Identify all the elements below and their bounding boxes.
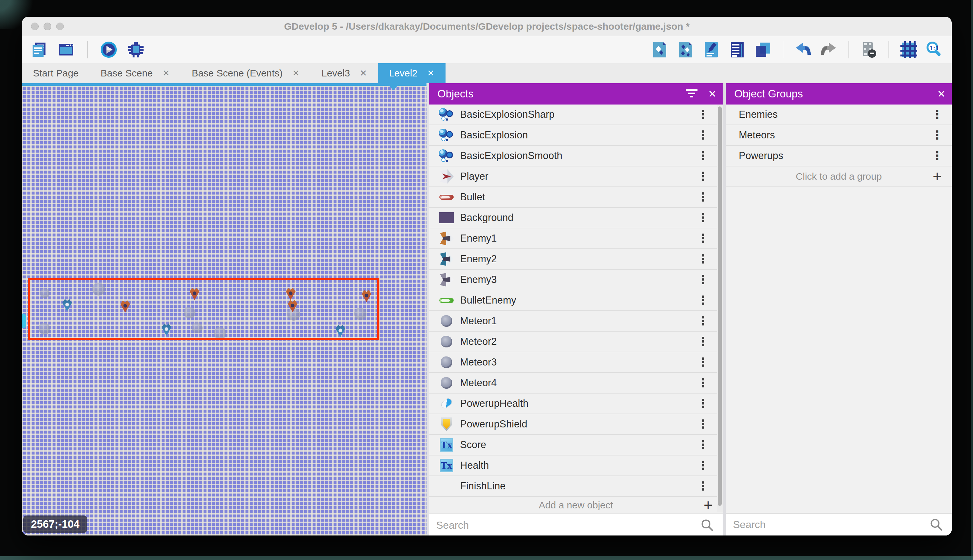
kebab-menu-icon[interactable] <box>692 128 714 142</box>
close-window-button[interactable] <box>31 23 39 30</box>
sprite-enemy-red[interactable] <box>190 288 199 300</box>
kebab-menu-icon[interactable] <box>692 376 714 390</box>
object-list-item[interactable]: Enemy1 <box>429 228 723 249</box>
tab-base-scene[interactable]: Base Scene <box>90 63 181 83</box>
sprite-enemy-red[interactable] <box>362 290 372 302</box>
kebab-menu-icon[interactable] <box>692 438 714 452</box>
debugger-icon[interactable] <box>127 40 145 59</box>
kebab-menu-icon[interactable] <box>692 335 714 348</box>
panel-divider[interactable] <box>723 83 726 535</box>
enemy-ship-orange-icon <box>438 230 455 247</box>
delete-instances-icon[interactable] <box>860 40 878 59</box>
add-new-object-button[interactable]: Add a new object <box>429 497 723 513</box>
tab-level3[interactable]: Level3 <box>311 63 378 83</box>
kebab-menu-icon[interactable] <box>692 417 714 431</box>
tab-close-icon[interactable] <box>360 68 367 78</box>
scene-editor-canvas[interactable]: 2567;-104 <box>22 83 427 535</box>
sprite-enemy-blue[interactable] <box>162 323 171 336</box>
properties-panel-icon[interactable] <box>702 40 721 59</box>
object-list-item[interactable]: PowerupHealth <box>429 393 723 414</box>
sprite-enemy-blue[interactable] <box>62 299 72 311</box>
object-list-item[interactable]: Enemy3 <box>429 270 723 290</box>
kebab-menu-icon[interactable] <box>692 108 714 121</box>
object-list-item[interactable]: Background <box>429 208 723 228</box>
object-list-item[interactable]: Meteor2 <box>429 332 723 352</box>
object-list-item[interactable]: Player <box>429 167 723 187</box>
layers-panel-icon[interactable] <box>754 40 772 59</box>
kebab-menu-icon[interactable] <box>692 293 714 307</box>
tab-base-scene-events[interactable]: Base Scene (Events) <box>181 63 310 83</box>
groups-search-input[interactable] <box>726 519 929 531</box>
shield-icon <box>438 416 455 433</box>
filter-icon[interactable] <box>681 83 702 104</box>
object-list-item[interactable]: BasicExplosionSmooth <box>429 146 723 167</box>
object-list-item[interactable]: Bullet <box>429 187 723 208</box>
start-page-window-icon[interactable] <box>57 40 75 59</box>
object-list-item[interactable]: Score <box>429 435 723 455</box>
player-ship-icon <box>438 168 455 185</box>
kebab-menu-icon[interactable] <box>692 355 714 369</box>
group-list-item[interactable]: Enemies <box>726 105 952 125</box>
scrollbar-thumb[interactable] <box>718 107 722 506</box>
kebab-menu-icon[interactable] <box>926 128 948 142</box>
undo-icon[interactable] <box>794 40 812 59</box>
zoom-window-button[interactable] <box>56 23 64 30</box>
object-groups-panel-icon[interactable] <box>676 40 695 59</box>
kebab-menu-icon[interactable] <box>926 108 948 121</box>
object-list-item[interactable]: PowerupShield <box>429 414 723 435</box>
redo-icon[interactable] <box>820 40 838 59</box>
object-list-item[interactable]: BulletEnemy <box>429 290 723 311</box>
minimize-window-button[interactable] <box>43 23 51 30</box>
panel-divider[interactable] <box>427 83 429 535</box>
kebab-menu-icon[interactable] <box>692 252 714 266</box>
kebab-menu-icon[interactable] <box>692 232 714 245</box>
tab-level2[interactable]: Level2 <box>378 63 445 83</box>
tab-close-icon[interactable] <box>163 68 170 78</box>
close-panel-icon[interactable] <box>702 83 723 104</box>
kebab-menu-icon[interactable] <box>692 190 714 204</box>
sprite-meteor[interactable] <box>192 322 203 333</box>
sprite-meteor[interactable] <box>39 323 50 335</box>
kebab-menu-icon[interactable] <box>692 397 714 410</box>
sprite-enemy-blue[interactable] <box>335 325 345 337</box>
sprite-enemy-red[interactable] <box>286 288 295 300</box>
objects-scrollbar[interactable] <box>717 105 723 512</box>
kebab-menu-icon[interactable] <box>692 149 714 163</box>
object-list-item[interactable]: BasicExplosionSharp <box>429 105 723 125</box>
kebab-menu-icon[interactable] <box>926 149 948 163</box>
tab-close-icon[interactable] <box>427 68 435 78</box>
kebab-menu-icon[interactable] <box>692 459 714 472</box>
instances-list-icon[interactable] <box>728 40 746 59</box>
sprite-meteor[interactable] <box>354 308 367 320</box>
object-list-item[interactable]: Meteor4 <box>429 373 723 393</box>
tab-start-page[interactable]: Start Page <box>22 63 90 83</box>
kebab-menu-icon[interactable] <box>692 314 714 328</box>
sprite-enemy-red[interactable] <box>120 300 130 313</box>
object-list-item[interactable]: Health <box>429 455 723 476</box>
kebab-menu-icon[interactable] <box>692 211 714 225</box>
objects-search-input[interactable] <box>429 519 700 531</box>
objects-panel-icon[interactable] <box>650 40 669 59</box>
toggle-grid-icon[interactable] <box>900 40 918 59</box>
object-list-item[interactable]: Meteor1 <box>429 311 723 332</box>
group-list-item[interactable]: Meteors <box>726 125 952 146</box>
project-manager-icon[interactable] <box>30 40 48 59</box>
sprite-meteor[interactable] <box>92 283 105 295</box>
launch-preview-icon[interactable] <box>99 40 118 59</box>
object-list-item[interactable]: FinishLine <box>429 476 723 497</box>
sprite-meteor[interactable] <box>184 307 195 318</box>
sprite-finish-marker[interactable] <box>22 313 26 328</box>
sprite-meteor[interactable] <box>40 288 50 298</box>
kebab-menu-icon[interactable] <box>692 273 714 287</box>
kebab-menu-icon[interactable] <box>692 170 714 183</box>
tab-close-icon[interactable] <box>292 68 300 78</box>
object-list-item[interactable]: Enemy2 <box>429 249 723 270</box>
close-panel-icon[interactable] <box>931 83 952 104</box>
object-list-item[interactable]: BasicExplosion <box>429 125 723 146</box>
zoom-1-1-icon[interactable]: 1:1 <box>925 40 944 59</box>
add-group-button[interactable]: Click to add a group <box>726 167 952 187</box>
group-list-item[interactable]: Powerups <box>726 146 952 167</box>
kebab-menu-icon[interactable] <box>692 479 714 493</box>
sprite-meteor[interactable] <box>214 327 226 339</box>
object-list-item[interactable]: Meteor3 <box>429 352 723 373</box>
